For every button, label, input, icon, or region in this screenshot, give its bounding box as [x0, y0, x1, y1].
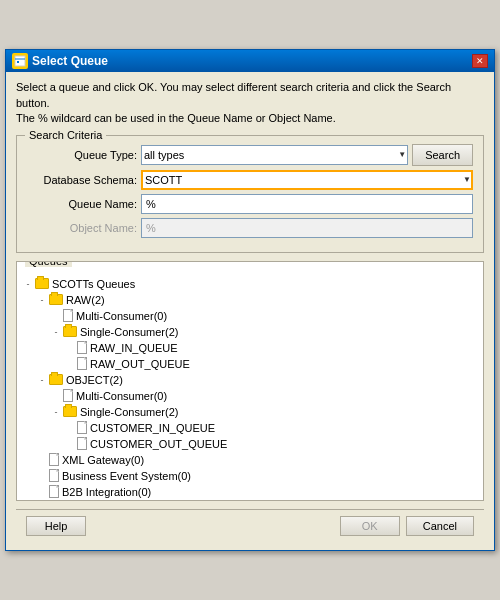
- queues-group: Queues -SCOTTs Queues-RAW(2)Multi-Consum…: [16, 261, 484, 501]
- queues-tree: -SCOTTs Queues-RAW(2)Multi-Consumer(0)-S…: [17, 262, 483, 501]
- description-text: Select a queue and click OK. You may sel…: [16, 80, 484, 126]
- folder-icon: [49, 294, 63, 305]
- ok-button[interactable]: OK: [340, 516, 400, 536]
- tree-item-b2b[interactable]: B2B Integration(0): [21, 484, 479, 500]
- db-schema-select-wrapper: SCOTT SYS SYSTEM ▼: [141, 170, 473, 190]
- folder-icon: [63, 326, 77, 337]
- search-criteria-group: Search Criteria Queue Type: all types RA…: [16, 135, 484, 253]
- search-criteria-title: Search Criteria: [25, 129, 106, 141]
- tree-label-raw: RAW(2): [66, 294, 105, 306]
- bottom-right-buttons: OK Cancel: [340, 516, 474, 536]
- tree-toggle-xml: [35, 453, 49, 467]
- queue-type-label: Queue Type:: [27, 149, 137, 161]
- tree-toggle-bes: [35, 469, 49, 483]
- db-schema-select[interactable]: SCOTT SYS SYSTEM: [141, 170, 473, 190]
- file-icon: [63, 389, 73, 402]
- tree-label-raw-mc: Multi-Consumer(0): [76, 310, 167, 322]
- tree-toggle-obj-mc: [49, 389, 63, 403]
- title-bar-left: Select Queue: [12, 53, 108, 69]
- folder-icon: [35, 278, 49, 289]
- file-icon: [49, 453, 59, 466]
- file-icon: [77, 421, 87, 434]
- object-name-label: Object Name:: [27, 222, 137, 234]
- tree-item-obj[interactable]: -OBJECT(2): [21, 372, 479, 388]
- file-icon: [49, 469, 59, 482]
- folder-icon: [49, 374, 63, 385]
- tree-item-raw-out[interactable]: RAW_OUT_QUEUE: [21, 356, 479, 372]
- tree-label-cust-in: CUSTOMER_IN_QUEUE: [90, 422, 215, 434]
- tree-item-obj-mc[interactable]: Multi-Consumer(0): [21, 388, 479, 404]
- tree-label-raw-out: RAW_OUT_QUEUE: [90, 358, 190, 370]
- queue-type-select[interactable]: all types RAW OBJECT: [141, 145, 408, 165]
- tree-item-raw-mc[interactable]: Multi-Consumer(0): [21, 308, 479, 324]
- tree-item-cust-out[interactable]: CUSTOMER_OUT_QUEUE: [21, 436, 479, 452]
- help-button[interactable]: Help: [26, 516, 86, 536]
- tree-item-cust-in[interactable]: CUSTOMER_IN_QUEUE: [21, 420, 479, 436]
- tree-label-b2b: B2B Integration(0): [62, 486, 151, 498]
- description-line1: Select a queue and click OK. You may sel…: [16, 81, 451, 108]
- svg-rect-0: [15, 56, 25, 66]
- tree-toggle-cust-out: [63, 437, 77, 451]
- file-icon: [77, 357, 87, 370]
- svg-rect-2: [17, 61, 19, 63]
- db-schema-row: Database Schema: SCOTT SYS SYSTEM ▼: [27, 170, 473, 190]
- tree-item-bes[interactable]: Business Event System(0): [21, 468, 479, 484]
- tree-label-cust-out: CUSTOMER_OUT_QUEUE: [90, 438, 227, 450]
- queue-name-label: Queue Name:: [27, 198, 137, 210]
- tree-toggle-raw-out: [63, 357, 77, 371]
- queues-title: Queues: [25, 261, 72, 267]
- search-button[interactable]: Search: [412, 144, 473, 166]
- file-icon: [77, 437, 87, 450]
- tree-item-raw-sc[interactable]: -Single-Consumer(2): [21, 324, 479, 340]
- tree-toggle-root[interactable]: -: [21, 277, 35, 291]
- file-icon: [49, 485, 59, 498]
- tree-label-xml: XML Gateway(0): [62, 454, 144, 466]
- tree-label-obj-mc: Multi-Consumer(0): [76, 390, 167, 402]
- window-title: Select Queue: [32, 54, 108, 68]
- tree-toggle-raw-sc[interactable]: -: [49, 325, 63, 339]
- title-bar: Select Queue ✕: [6, 50, 494, 72]
- title-bar-controls: ✕: [472, 54, 488, 68]
- file-icon: [77, 341, 87, 354]
- object-name-input[interactable]: [141, 218, 473, 238]
- tree-label-raw-in: RAW_IN_QUEUE: [90, 342, 178, 354]
- tree-label-root: SCOTTs Queues: [52, 278, 135, 290]
- tree-item-xml[interactable]: XML Gateway(0): [21, 452, 479, 468]
- tree-toggle-cust-in: [63, 421, 77, 435]
- dialog-content: Select a queue and click OK. You may sel…: [6, 72, 494, 549]
- tree-item-root[interactable]: -SCOTTs Queues: [21, 276, 479, 292]
- queue-name-row: Queue Name:: [27, 194, 473, 214]
- tree-item-raw[interactable]: -RAW(2): [21, 292, 479, 308]
- object-name-row: Object Name:: [27, 218, 473, 238]
- queue-type-select-wrapper: all types RAW OBJECT ▼: [141, 145, 408, 165]
- file-icon: [63, 309, 73, 322]
- tree-label-raw-sc: Single-Consumer(2): [80, 326, 178, 338]
- tree-toggle-raw[interactable]: -: [35, 293, 49, 307]
- tree-toggle-obj-sc[interactable]: -: [49, 405, 63, 419]
- select-queue-dialog: Select Queue ✕ Select a queue and click …: [5, 49, 495, 550]
- close-button[interactable]: ✕: [472, 54, 488, 68]
- cancel-button[interactable]: Cancel: [406, 516, 474, 536]
- folder-icon: [63, 406, 77, 417]
- tree-toggle-raw-in: [63, 341, 77, 355]
- tree-label-bes: Business Event System(0): [62, 470, 191, 482]
- tree-toggle-b2b: [35, 485, 49, 499]
- tree-label-obj: OBJECT(2): [66, 374, 123, 386]
- window-icon: [12, 53, 28, 69]
- queue-name-input[interactable]: [141, 194, 473, 214]
- bottom-bar: Help OK Cancel: [16, 509, 484, 542]
- tree-toggle-obj[interactable]: -: [35, 373, 49, 387]
- tree-toggle-raw-mc: [49, 309, 63, 323]
- db-schema-label: Database Schema:: [27, 174, 137, 186]
- description-line2: The % wildcard can be used in the Queue …: [16, 112, 336, 124]
- tree-label-obj-sc: Single-Consumer(2): [80, 406, 178, 418]
- tree-item-raw-in[interactable]: RAW_IN_QUEUE: [21, 340, 479, 356]
- tree-item-obj-sc[interactable]: -Single-Consumer(2): [21, 404, 479, 420]
- queue-type-row: Queue Type: all types RAW OBJECT ▼ Searc…: [27, 144, 473, 166]
